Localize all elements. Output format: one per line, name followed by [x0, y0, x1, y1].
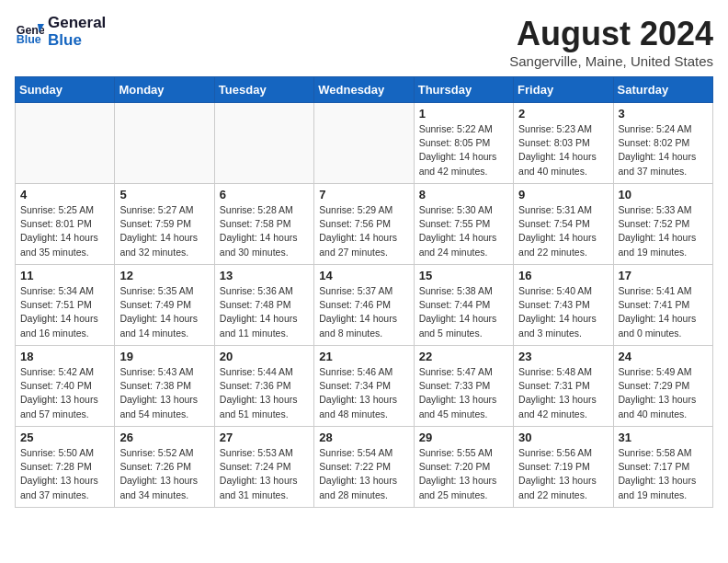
day-info: Sunrise: 5:24 AMSunset: 8:02 PMDaylight:… — [619, 122, 708, 178]
day-number: 30 — [518, 431, 608, 444]
col-header-wednesday: Wednesday — [314, 77, 414, 103]
calendar-header-row: SundayMondayTuesdayWednesdayThursdayFrid… — [16, 77, 713, 103]
calendar-cell: 11Sunrise: 5:34 AMSunset: 7:51 PMDayligh… — [16, 265, 115, 346]
day-number: 6 — [220, 188, 309, 201]
col-header-tuesday: Tuesday — [214, 77, 313, 103]
day-info: Sunrise: 5:25 AMSunset: 8:01 PMDaylight:… — [20, 203, 109, 259]
day-info: Sunrise: 5:38 AMSunset: 7:44 PMDaylight:… — [419, 284, 508, 340]
page-header: General Blue General Blue August 2024 Sa… — [15, 15, 713, 69]
calendar-cell: 22Sunrise: 5:47 AMSunset: 7:33 PMDayligh… — [414, 346, 513, 427]
day-info: Sunrise: 5:37 AMSunset: 7:46 PMDaylight:… — [319, 284, 408, 340]
calendar-cell: 14Sunrise: 5:37 AMSunset: 7:46 PMDayligh… — [314, 265, 414, 346]
calendar-cell: 29Sunrise: 5:55 AMSunset: 7:20 PMDayligh… — [414, 427, 513, 508]
day-number: 28 — [319, 431, 408, 444]
day-number: 17 — [619, 269, 708, 282]
day-number: 23 — [518, 350, 608, 363]
day-info: Sunrise: 5:33 AMSunset: 7:52 PMDaylight:… — [619, 203, 708, 259]
day-info: Sunrise: 5:52 AMSunset: 7:26 PMDaylight:… — [119, 446, 209, 502]
calendar-cell: 1Sunrise: 5:22 AMSunset: 8:05 PMDaylight… — [414, 103, 513, 184]
calendar-cell: 8Sunrise: 5:30 AMSunset: 7:55 PMDaylight… — [414, 184, 513, 265]
day-info: Sunrise: 5:27 AMSunset: 7:59 PMDaylight:… — [119, 203, 209, 259]
calendar-cell: 4Sunrise: 5:25 AMSunset: 8:01 PMDaylight… — [16, 184, 115, 265]
col-header-sunday: Sunday — [16, 77, 115, 103]
calendar-cell: 26Sunrise: 5:52 AMSunset: 7:26 PMDayligh… — [115, 427, 214, 508]
day-number: 3 — [619, 107, 708, 121]
week-row-1: 1Sunrise: 5:22 AMSunset: 8:05 PMDaylight… — [16, 103, 713, 184]
day-number: 31 — [619, 431, 708, 444]
day-number: 16 — [518, 269, 608, 282]
day-info: Sunrise: 5:54 AMSunset: 7:22 PMDaylight:… — [319, 446, 408, 502]
calendar-cell: 5Sunrise: 5:27 AMSunset: 7:59 PMDaylight… — [115, 184, 214, 265]
day-number: 20 — [220, 350, 309, 363]
calendar-cell: 25Sunrise: 5:50 AMSunset: 7:28 PMDayligh… — [16, 427, 115, 508]
col-header-monday: Monday — [115, 77, 214, 103]
day-number: 27 — [220, 431, 309, 444]
calendar-cell: 24Sunrise: 5:49 AMSunset: 7:29 PMDayligh… — [613, 346, 712, 427]
day-info: Sunrise: 5:56 AMSunset: 7:19 PMDaylight:… — [518, 446, 608, 502]
day-number: 22 — [419, 350, 508, 363]
day-info: Sunrise: 5:35 AMSunset: 7:49 PMDaylight:… — [119, 284, 209, 340]
day-number: 14 — [319, 269, 408, 282]
calendar-cell: 10Sunrise: 5:33 AMSunset: 7:52 PMDayligh… — [613, 184, 712, 265]
col-header-saturday: Saturday — [613, 77, 712, 103]
calendar-cell: 7Sunrise: 5:29 AMSunset: 7:56 PMDaylight… — [314, 184, 414, 265]
calendar-cell: 20Sunrise: 5:44 AMSunset: 7:36 PMDayligh… — [214, 346, 313, 427]
logo-text-general: General — [48, 15, 106, 32]
col-header-friday: Friday — [514, 77, 613, 103]
calendar-cell: 27Sunrise: 5:53 AMSunset: 7:24 PMDayligh… — [214, 427, 313, 508]
day-number: 13 — [220, 269, 309, 282]
day-info: Sunrise: 5:36 AMSunset: 7:48 PMDaylight:… — [220, 284, 309, 340]
week-row-3: 11Sunrise: 5:34 AMSunset: 7:51 PMDayligh… — [16, 265, 713, 346]
calendar-cell: 31Sunrise: 5:58 AMSunset: 7:17 PMDayligh… — [613, 427, 712, 508]
week-row-2: 4Sunrise: 5:25 AMSunset: 8:01 PMDaylight… — [16, 184, 713, 265]
day-info: Sunrise: 5:42 AMSunset: 7:40 PMDaylight:… — [20, 365, 109, 421]
day-number: 8 — [419, 188, 508, 201]
calendar-table: SundayMondayTuesdayWednesdayThursdayFrid… — [15, 76, 713, 508]
day-info: Sunrise: 5:47 AMSunset: 7:33 PMDaylight:… — [419, 365, 508, 421]
day-number: 10 — [619, 188, 708, 201]
day-number: 7 — [319, 188, 408, 201]
day-number: 25 — [20, 431, 109, 444]
day-info: Sunrise: 5:34 AMSunset: 7:51 PMDaylight:… — [20, 284, 109, 340]
week-row-5: 25Sunrise: 5:50 AMSunset: 7:28 PMDayligh… — [16, 427, 713, 508]
logo-icon: General Blue — [15, 17, 44, 47]
calendar-cell: 30Sunrise: 5:56 AMSunset: 7:19 PMDayligh… — [514, 427, 613, 508]
calendar-cell: 16Sunrise: 5:40 AMSunset: 7:43 PMDayligh… — [514, 265, 613, 346]
calendar-cell: 28Sunrise: 5:54 AMSunset: 7:22 PMDayligh… — [314, 427, 414, 508]
day-info: Sunrise: 5:44 AMSunset: 7:36 PMDaylight:… — [220, 365, 309, 421]
day-number: 29 — [419, 431, 508, 444]
day-number: 1 — [419, 107, 508, 121]
day-info: Sunrise: 5:46 AMSunset: 7:34 PMDaylight:… — [319, 365, 408, 421]
location-subtitle: Sangerville, Maine, United States — [509, 53, 713, 69]
calendar-cell: 23Sunrise: 5:48 AMSunset: 7:31 PMDayligh… — [514, 346, 613, 427]
day-info: Sunrise: 5:50 AMSunset: 7:28 PMDaylight:… — [20, 446, 109, 502]
calendar-cell — [16, 103, 115, 184]
title-block: August 2024 Sangerville, Maine, United S… — [509, 15, 713, 69]
day-number: 24 — [619, 350, 708, 363]
day-info: Sunrise: 5:53 AMSunset: 7:24 PMDaylight:… — [220, 446, 309, 502]
calendar-cell: 19Sunrise: 5:43 AMSunset: 7:38 PMDayligh… — [115, 346, 214, 427]
day-info: Sunrise: 5:30 AMSunset: 7:55 PMDaylight:… — [419, 203, 508, 259]
day-number: 11 — [20, 269, 109, 282]
col-header-thursday: Thursday — [414, 77, 513, 103]
day-info: Sunrise: 5:29 AMSunset: 7:56 PMDaylight:… — [319, 203, 408, 259]
day-info: Sunrise: 5:43 AMSunset: 7:38 PMDaylight:… — [119, 365, 209, 421]
day-number: 19 — [119, 350, 209, 363]
calendar-cell: 6Sunrise: 5:28 AMSunset: 7:58 PMDaylight… — [214, 184, 313, 265]
day-number: 26 — [119, 431, 209, 444]
calendar-cell: 17Sunrise: 5:41 AMSunset: 7:41 PMDayligh… — [613, 265, 712, 346]
day-info: Sunrise: 5:58 AMSunset: 7:17 PMDaylight:… — [619, 446, 708, 502]
day-info: Sunrise: 5:40 AMSunset: 7:43 PMDaylight:… — [518, 284, 608, 340]
day-number: 2 — [518, 107, 608, 121]
calendar-cell: 3Sunrise: 5:24 AMSunset: 8:02 PMDaylight… — [613, 103, 712, 184]
logo: General Blue General Blue — [15, 15, 106, 49]
day-number: 12 — [119, 269, 209, 282]
logo-text-blue: Blue — [48, 32, 106, 50]
day-number: 21 — [319, 350, 408, 363]
calendar-cell: 21Sunrise: 5:46 AMSunset: 7:34 PMDayligh… — [314, 346, 414, 427]
day-info: Sunrise: 5:23 AMSunset: 8:03 PMDaylight:… — [518, 122, 608, 178]
calendar-cell: 2Sunrise: 5:23 AMSunset: 8:03 PMDaylight… — [514, 103, 613, 184]
day-info: Sunrise: 5:28 AMSunset: 7:58 PMDaylight:… — [220, 203, 309, 259]
day-number: 9 — [518, 188, 608, 201]
calendar-cell: 13Sunrise: 5:36 AMSunset: 7:48 PMDayligh… — [214, 265, 313, 346]
